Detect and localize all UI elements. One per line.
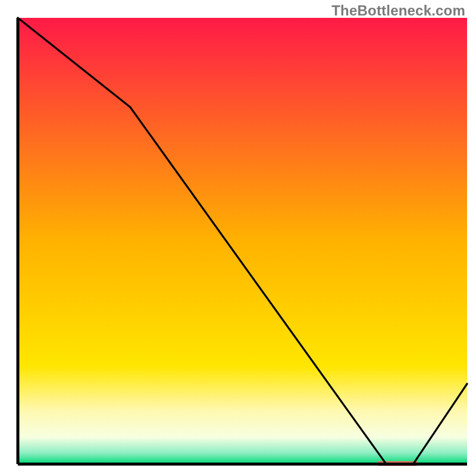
watermark-text: TheBottleneck.com xyxy=(331,2,465,19)
heat-background xyxy=(18,18,467,464)
chart-container: TheBottleneck.com xyxy=(0,0,476,476)
bottleneck-chart xyxy=(0,0,476,476)
